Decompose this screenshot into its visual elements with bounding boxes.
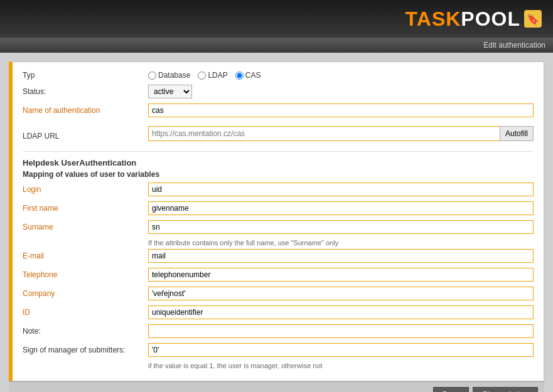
id-row: ID <box>23 305 534 319</box>
radio-ldap[interactable]: LDAP <box>198 71 227 80</box>
company-field <box>148 287 534 300</box>
logo-icon: 🔖 <box>524 10 542 28</box>
subtitle-bar: Edit authentication <box>0 38 553 53</box>
sign-field <box>148 343 534 357</box>
company-input[interactable] <box>148 287 534 300</box>
action-bar: Save Close window <box>9 381 544 392</box>
firstname-input[interactable] <box>148 201 534 215</box>
email-field <box>148 249 534 263</box>
status-select[interactable]: active inactive <box>148 85 192 98</box>
company-label: Company <box>23 289 148 298</box>
logo: TASKPOOL 🔖 <box>405 8 542 31</box>
name-row: Name of authentication <box>23 103 534 117</box>
radio-ldap-input[interactable] <box>198 72 206 80</box>
note-label: Note: <box>23 327 148 336</box>
section-title: Helpdesk UserAuthentication <box>23 158 534 167</box>
sign-label: Sign of manager of submitters: <box>23 346 148 354</box>
logo-pool: POOL <box>461 8 520 30</box>
radio-cas[interactable]: CAS <box>235 71 261 80</box>
form-container: Typ Database LDAP CAS Status: <box>9 61 544 381</box>
id-input[interactable] <box>148 305 534 319</box>
radio-database-label: Database <box>158 71 190 80</box>
name-field <box>148 103 534 117</box>
sign-help: if the value is equal 1, the user is man… <box>148 362 534 369</box>
main-content: Typ Database LDAP CAS Status: <box>0 53 553 392</box>
note-field <box>148 324 534 338</box>
id-label: ID <box>23 308 148 317</box>
company-row: Company <box>23 287 534 300</box>
login-row: Login <box>23 183 534 196</box>
radio-cas-input[interactable] <box>235 72 244 80</box>
header: TASKPOOL 🔖 <box>0 0 553 38</box>
page-title: Edit authentication <box>483 41 545 50</box>
logo-task: TASK <box>405 8 461 30</box>
surname-input[interactable] <box>148 220 534 234</box>
save-button[interactable]: Save <box>433 387 469 393</box>
login-field <box>148 183 534 196</box>
telephone-row: Telephone <box>23 268 534 282</box>
status-field: active inactive <box>148 85 534 98</box>
sign-row: Sign of manager of submitters: <box>23 343 534 357</box>
ldap-url-row: LDAP URL Autofill <box>23 126 534 146</box>
telephone-label: Telephone <box>23 270 148 279</box>
status-row: Status: active inactive <box>23 85 534 98</box>
email-label: E-mail <box>23 252 148 260</box>
typ-row: Typ Database LDAP CAS <box>23 71 534 80</box>
autofill-button[interactable]: Autofill <box>500 126 534 141</box>
name-input[interactable] <box>148 103 534 117</box>
surname-label: Surname <box>23 223 148 231</box>
surname-row: Surname <box>23 220 534 234</box>
radio-database[interactable]: Database <box>148 71 190 80</box>
close-window-button[interactable]: Close window <box>473 387 538 393</box>
radio-ldap-label: LDAP <box>208 71 227 80</box>
surname-field <box>148 220 534 234</box>
telephone-input[interactable] <box>148 268 534 282</box>
logo-text: TASKPOOL <box>405 8 520 31</box>
email-input[interactable] <box>148 249 534 263</box>
typ-label: Typ <box>23 71 148 80</box>
typ-radio-group: Database LDAP CAS <box>148 71 534 80</box>
radio-cas-label: CAS <box>245 71 261 80</box>
ldap-url-input[interactable] <box>148 126 500 141</box>
firstname-row: First name <box>23 201 534 215</box>
telephone-field <box>148 268 534 282</box>
login-input[interactable] <box>148 183 534 196</box>
divider-1 <box>23 151 534 152</box>
note-row: Note: <box>23 324 534 338</box>
surname-help: If the attribute contains only the full … <box>148 239 534 246</box>
ldap-url-label: LDAP URL <box>23 132 148 140</box>
id-field <box>148 305 534 319</box>
email-row: E-mail <box>23 249 534 263</box>
ldap-url-field: Autofill <box>148 126 534 141</box>
section-subtitle: Mapping of values of user to variables <box>23 170 534 179</box>
firstname-label: First name <box>23 204 148 213</box>
status-label: Status: <box>23 87 148 96</box>
note-input[interactable] <box>148 324 534 338</box>
login-label: Login <box>23 185 148 194</box>
sign-input[interactable] <box>148 343 534 357</box>
radio-database-input[interactable] <box>148 72 156 80</box>
name-label: Name of authentication <box>23 106 148 115</box>
firstname-field <box>148 201 534 215</box>
